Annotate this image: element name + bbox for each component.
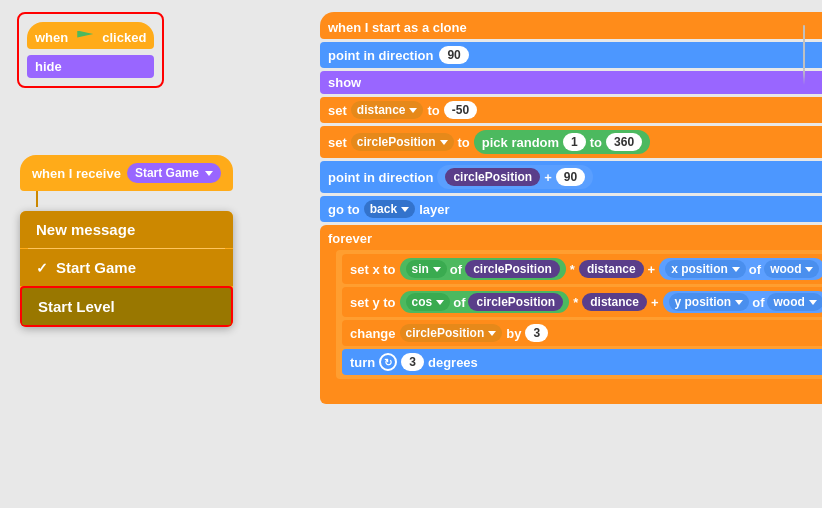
cos-dropdown[interactable]: cos — [406, 293, 451, 311]
to-label-2: to — [458, 135, 470, 150]
plus-label-2: + — [651, 295, 659, 310]
loop-arrow-icon: ↩ — [328, 379, 822, 398]
set-circle-block[interactable]: set circlePosition to pick random 1 to 3… — [320, 126, 822, 158]
connector-line — [36, 191, 38, 207]
distance-dropdown[interactable]: distance — [351, 101, 424, 119]
back-label: back — [370, 202, 397, 216]
change-circle-label: circlePosition — [406, 326, 485, 340]
svg-marker-1 — [803, 70, 805, 85]
set-y-label: set y to — [350, 295, 396, 310]
of-label-2: of — [749, 262, 761, 277]
point-dir-label: point in direction — [328, 48, 433, 63]
y-pos-arrow-icon — [735, 300, 743, 305]
set-distance-block[interactable]: set distance to -50 — [320, 97, 822, 123]
set-y-block[interactable]: set y to cos of circlePosition * distanc… — [342, 287, 822, 317]
wood-dropdown-2[interactable]: wood — [767, 293, 822, 311]
new-message-label: New message — [36, 221, 135, 238]
distance-label: distance — [357, 103, 406, 117]
wood-label-2: wood — [773, 295, 804, 309]
turn-label: turn — [350, 355, 375, 370]
when-receive-label: when I receive — [32, 166, 121, 181]
sin-circle-pos: circlePosition — [465, 260, 560, 278]
clicked-label: clicked — [102, 30, 146, 45]
by-label: by — [506, 326, 521, 341]
point-dir2-block[interactable]: point in direction circlePosition + 90 — [320, 161, 822, 193]
mul-label-2: * — [573, 295, 578, 310]
when-label: when — [35, 30, 68, 45]
random-to[interactable]: 360 — [606, 133, 642, 151]
point-direction-block[interactable]: point in direction 90 — [320, 42, 822, 68]
y-pos-dropdown[interactable]: y position — [669, 293, 750, 311]
blocks-panel: when I start as a clone point in directi… — [320, 12, 822, 404]
set-label-2: set — [328, 135, 347, 150]
random-from[interactable]: 1 — [563, 133, 586, 151]
dir2-expression: circlePosition + 90 — [437, 165, 593, 189]
y-pos-expression: y position of wood — [663, 291, 822, 313]
forever-block: forever set x to sin of circlePosition *… — [320, 225, 822, 404]
plus-label: + — [544, 170, 552, 185]
circle-pos-arrow-icon — [440, 140, 448, 145]
x-pos-expression: x position of wood — [659, 258, 822, 280]
start-game-label: Start Game — [56, 259, 136, 276]
new-message-item[interactable]: New message — [20, 211, 233, 248]
start-level-label: Start Level — [38, 298, 115, 315]
start-level-item[interactable]: Start Level — [20, 286, 233, 327]
pick-random-block[interactable]: pick random 1 to 360 — [474, 130, 650, 154]
start-game-item[interactable]: ✓ Start Game — [20, 249, 233, 286]
forever-label: forever — [328, 231, 822, 246]
pick-random-label: pick random — [482, 135, 559, 150]
x-pos-label: x position — [671, 262, 728, 276]
knife-icon — [798, 25, 810, 85]
wood-arrow-icon-1 — [805, 267, 813, 272]
flag-icon — [77, 31, 93, 45]
clone-hat-label: when I start as a clone — [328, 20, 467, 35]
to-label-3: to — [590, 135, 602, 150]
point-dir2-label: point in direction — [328, 170, 433, 185]
of-label-3: of — [453, 295, 465, 310]
x-pos-dropdown[interactable]: x position — [665, 260, 746, 278]
hide-block[interactable]: hide — [27, 55, 154, 78]
plus-label-1: + — [648, 262, 656, 277]
change-circle-arrow-icon — [488, 331, 496, 336]
set-x-label: set x to — [350, 262, 396, 277]
change-circle-dropdown[interactable]: circlePosition — [400, 324, 503, 342]
sin-expression: sin of circlePosition — [400, 258, 566, 280]
show-block[interactable]: show — [320, 71, 822, 94]
checkmark-icon: ✓ — [36, 260, 48, 276]
change-circle-block[interactable]: change circlePosition by 3 — [342, 320, 822, 346]
distance-var-2: distance — [582, 293, 647, 311]
go-to-block[interactable]: go to back layer — [320, 196, 822, 222]
of-label-1: of — [450, 262, 462, 277]
back-arrow-icon — [401, 207, 409, 212]
direction-value[interactable]: 90 — [439, 46, 468, 64]
set-label-1: set — [328, 103, 347, 118]
svg-rect-0 — [803, 25, 805, 70]
change-label: change — [350, 326, 396, 341]
rotate-icon: ↻ — [379, 353, 397, 371]
when-flag-clicked-block[interactable]: when clicked — [27, 22, 154, 49]
sin-dropdown[interactable]: sin — [406, 260, 447, 278]
distance-value[interactable]: -50 — [444, 101, 477, 119]
dropdown-menu: New message ✓ Start Game Start Level — [20, 211, 233, 327]
go-to-label: go to — [328, 202, 360, 217]
wood-dropdown-1[interactable]: wood — [764, 260, 819, 278]
mul-label-1: * — [570, 262, 575, 277]
sin-arrow-icon — [433, 267, 441, 272]
circle-pos-dropdown[interactable]: circlePosition — [351, 133, 454, 151]
receive-dropdown[interactable]: Start Game — [127, 163, 221, 183]
clone-hat-block[interactable]: when I start as a clone — [320, 12, 822, 39]
set-x-block[interactable]: set x to sin of circlePosition * distanc… — [342, 254, 822, 284]
cos-label: cos — [412, 295, 433, 309]
when-clicked-group: when clicked hide — [17, 12, 164, 88]
show-label: show — [328, 75, 361, 90]
dropdown-arrow-icon — [205, 171, 213, 176]
to-label-1: to — [427, 103, 439, 118]
turn-degrees-value[interactable]: 3 — [401, 353, 424, 371]
y-pos-label: y position — [675, 295, 732, 309]
back-dropdown[interactable]: back — [364, 200, 415, 218]
turn-block[interactable]: turn ↻ 3 degrees — [342, 349, 822, 375]
hide-label: hide — [35, 59, 62, 74]
when-receive-block[interactable]: when I receive Start Game — [20, 155, 233, 191]
change-by-value[interactable]: 3 — [525, 324, 548, 342]
dir2-value[interactable]: 90 — [556, 168, 585, 186]
